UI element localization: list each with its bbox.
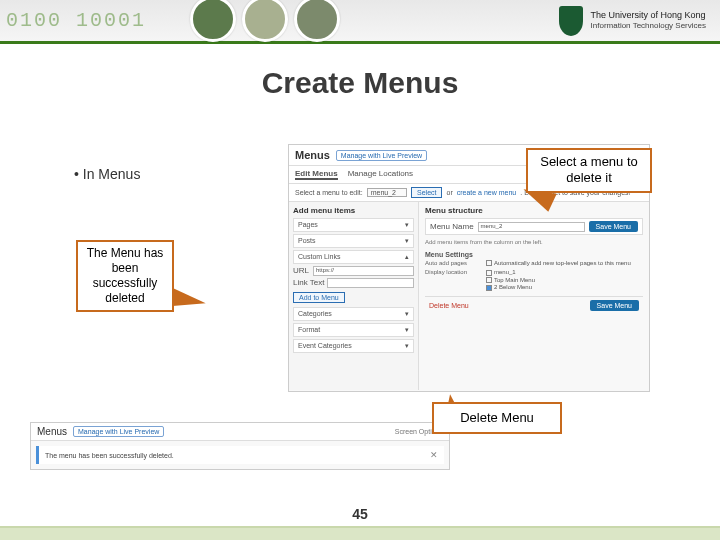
dept-name: Information Technology Services	[591, 21, 706, 31]
linktext-input[interactable]	[327, 278, 414, 288]
menu-name-input[interactable]: menu_2	[478, 222, 585, 232]
menu-name-label: Menu Name	[430, 222, 474, 231]
banner-digits: 0100 10001	[0, 9, 146, 32]
bottom-bar	[0, 526, 720, 540]
uni-name: The University of Hong Kong	[591, 10, 706, 21]
circle-photo-1	[190, 0, 236, 42]
hku-shield-icon	[559, 6, 583, 36]
live-preview-button[interactable]: Manage with Live Preview	[336, 150, 427, 161]
live-preview-button-2[interactable]: Manage with Live Preview	[73, 426, 164, 437]
chevron-down-icon: ▾	[405, 342, 409, 350]
callout-deleted: The Menu has been successfully deleted	[76, 240, 174, 312]
chevron-down-icon: ▾	[405, 237, 409, 245]
chevron-down-icon: ▾	[405, 310, 409, 318]
loc-checkbox-3[interactable]: 2 Below Menu	[486, 284, 535, 290]
loc-checkbox-1[interactable]: menu_1	[486, 269, 535, 275]
slide-title: Create Menus	[0, 66, 720, 100]
chevron-down-icon: ▾	[405, 326, 409, 334]
create-new-menu-link[interactable]: create a new menu	[457, 189, 517, 196]
success-text: The menu has been successfully deleted.	[45, 452, 174, 459]
callout-delete-menu: Delete Menu	[432, 402, 562, 434]
accordion-custom-links[interactable]: Custom Links▴	[293, 250, 414, 264]
url-label: URL	[293, 266, 311, 276]
add-menu-items-panel: Add menu items Pages▾ Posts▾ Custom Link…	[289, 202, 419, 390]
wp-body: Add menu items Pages▾ Posts▾ Custom Link…	[289, 202, 649, 390]
tab-edit-menus[interactable]: Edit Menus	[295, 169, 338, 180]
add-to-menu-button[interactable]: Add to Menu	[293, 292, 345, 303]
circle-photo-2	[242, 0, 288, 42]
auto-add-checkbox[interactable]: Automatically add new top-level pages to…	[486, 260, 631, 266]
wp-page-title: Menus	[295, 149, 330, 161]
success-notice: The menu has been successfully deleted. …	[36, 446, 444, 464]
page-number: 45	[0, 506, 720, 522]
hku-logo-text: The University of Hong Kong Information …	[591, 10, 706, 30]
menu-select-dropdown[interactable]: menu_2	[367, 188, 407, 197]
structure-heading: Menu structure	[425, 206, 643, 215]
accordion-categories[interactable]: Categories▾	[293, 307, 414, 321]
accordion-posts[interactable]: Posts▾	[293, 234, 414, 248]
add-items-heading: Add menu items	[293, 206, 414, 215]
banner-photo-circles	[190, 0, 340, 42]
chevron-down-icon: ▾	[405, 221, 409, 229]
menu-settings-heading: Menu Settings	[425, 251, 643, 258]
top-banner: 0100 10001 The University of Hong Kong I…	[0, 0, 720, 44]
linktext-label: Link Text	[293, 278, 325, 288]
save-menu-button-bottom[interactable]: Save Menu	[590, 300, 639, 311]
structure-hint: Add menu items from the column on the le…	[425, 239, 643, 245]
tab-manage-locations[interactable]: Manage Locations	[348, 169, 413, 180]
select-menu-label: Select a menu to edit:	[295, 189, 363, 196]
accordion-pages[interactable]: Pages▾	[293, 218, 414, 232]
delete-menu-link[interactable]: Delete Menu	[429, 302, 469, 309]
dismiss-icon[interactable]: ✕	[430, 450, 438, 460]
circle-photo-3	[294, 0, 340, 42]
loc-checkbox-2[interactable]: Top Main Menu	[486, 277, 535, 283]
callout-select-menu: Select a menu to delete it	[526, 148, 652, 193]
accordion-event-categories[interactable]: Event Categories▾	[293, 339, 414, 353]
menu-structure-panel: Menu structure Menu Name menu_2 Save Men…	[419, 202, 649, 390]
bullet-in-menus: In Menus	[74, 166, 140, 182]
chevron-up-icon: ▴	[405, 253, 409, 261]
wp-header-2: Menus Manage with Live Preview Screen Op…	[31, 423, 449, 441]
auto-add-label: Auto add pages	[425, 260, 480, 267]
menu-name-row: Menu Name menu_2 Save Menu	[425, 218, 643, 235]
hku-logo-area: The University of Hong Kong Information …	[559, 6, 720, 36]
wp-deleted-screenshot: Menus Manage with Live Preview Screen Op…	[30, 422, 450, 470]
structure-footer: Delete Menu Save Menu	[425, 296, 643, 314]
url-input[interactable]: https://	[313, 266, 414, 276]
accordion-format[interactable]: Format▾	[293, 323, 414, 337]
display-location-label: Display location	[425, 269, 480, 291]
save-menu-button-top[interactable]: Save Menu	[589, 221, 638, 232]
wp-page-title-2: Menus	[37, 426, 67, 437]
or-text: or	[446, 189, 452, 196]
select-button[interactable]: Select	[411, 187, 442, 198]
